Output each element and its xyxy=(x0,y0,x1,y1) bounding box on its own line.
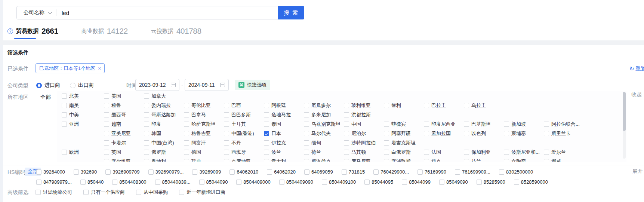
hs-code-checkbox-item[interactable]: 3926909709 xyxy=(105,169,139,175)
country-checkbox-item[interactable]: 巴西 xyxy=(224,102,264,109)
hs-code-checkbox-item[interactable]: 85049090 xyxy=(439,179,468,185)
country-checkbox-item[interactable]: 立陶宛 xyxy=(504,158,544,162)
country-checkbox-item[interactable]: 玻利维亚 xyxy=(344,102,384,109)
country-checkbox-item[interactable]: 波斯尼亚和... xyxy=(504,149,544,156)
search-button[interactable]: 搜 索 xyxy=(278,6,304,19)
tab-trade-data[interactable]: ? 贸易数据 2661 xyxy=(7,27,58,39)
country-checkbox-item[interactable]: 保加利亚 xyxy=(464,149,504,156)
advanced-filter-checkbox-item[interactable]: 只有一个供应商 xyxy=(83,189,125,196)
hs-code-checkbox-item[interactable]: 847989979... xyxy=(36,179,72,185)
search-input[interactable] xyxy=(56,10,278,16)
region-group-checkbox-item[interactable]: 南美 xyxy=(62,102,104,109)
country-checkbox-item[interactable]: 白俄罗斯 xyxy=(384,149,424,156)
country-checkbox-item[interactable]: 马尔代夫 xyxy=(304,130,344,137)
hs-code-checkbox-item[interactable]: 64062010 xyxy=(229,169,258,175)
hs-code-checkbox-item[interactable]: 8504409000 xyxy=(236,179,270,185)
search-category-select[interactable]: 公司名称 xyxy=(17,6,56,19)
country-checkbox-item[interactable]: 加拿大 xyxy=(144,93,184,100)
country-checkbox-item[interactable]: 印度尼西亚 xyxy=(424,121,464,128)
country-checkbox-item[interactable]: 日本 xyxy=(264,130,304,137)
country-checkbox-item[interactable]: 孟加拉国 xyxy=(424,130,464,137)
region-group-checkbox-item[interactable]: 中美 xyxy=(62,111,104,118)
hs-code-checkbox-item[interactable]: 8528590000 xyxy=(514,179,548,185)
country-checkbox-item[interactable]: 智利 xyxy=(384,102,424,109)
advanced-filter-checkbox-item[interactable]: 从中国采购 xyxy=(136,189,168,196)
hs-code-checkbox-item[interactable]: 731815 xyxy=(342,169,365,175)
country-checkbox-item[interactable]: 巴基斯坦 xyxy=(464,121,504,128)
selected-region-tag[interactable]: 已选地区：日本等1个地区 × xyxy=(36,63,105,73)
scrollbar-track[interactable] xyxy=(623,92,626,159)
end-date-input[interactable]: 2024-09-11 xyxy=(185,79,229,91)
country-checkbox-item[interactable]: 克罗地亚 xyxy=(224,158,264,162)
country-checkbox-item[interactable]: 韩国 xyxy=(144,130,184,137)
country-checkbox-item[interactable]: 斯里兰卡 xyxy=(544,130,584,137)
country-checkbox-item[interactable]: 越南 xyxy=(104,121,144,128)
country-checkbox-item[interactable]: 阿富汗 xyxy=(184,140,224,146)
country-checkbox-item[interactable]: 中国 xyxy=(344,121,384,128)
country-checkbox-item[interactable]: 爱尔兰 xyxy=(544,149,584,156)
hs-code-checkbox-item[interactable]: 8504408300 xyxy=(112,179,146,185)
hs-code-checkbox-item[interactable]: 392690 xyxy=(74,169,97,175)
country-checkbox-item[interactable]: 塞浦路斯 xyxy=(384,158,424,162)
tab-cloud-search-data[interactable]: 云搜数据 401788 xyxy=(151,27,201,39)
country-checkbox-item[interactable]: 西班牙 xyxy=(224,149,264,156)
region-group-checkbox-item[interactable]: 北美 xyxy=(62,93,104,100)
country-checkbox-item[interactable]: 荷兰 xyxy=(304,149,344,156)
country-checkbox-item[interactable]: 乌拉圭 xyxy=(464,102,504,109)
country-checkbox-item[interactable]: 瑞典 xyxy=(184,158,224,162)
radio-exporter[interactable]: 出口商 xyxy=(70,82,94,89)
country-checkbox-item[interactable]: 墨西哥 xyxy=(104,111,144,118)
hs-code-checkbox-item[interactable]: 64062020 xyxy=(267,169,296,175)
country-checkbox-item[interactable]: 奥地利 xyxy=(144,158,184,162)
start-date-input[interactable]: 2023-09-12 xyxy=(135,79,179,91)
country-checkbox-item[interactable]: 巴拉圭 xyxy=(424,102,464,109)
hs-code-checkbox-item[interactable]: 85044090 xyxy=(199,179,228,185)
country-checkbox-item[interactable]: 捷克 xyxy=(424,158,464,162)
country-checkbox-item[interactable]: 中国(台湾) xyxy=(144,140,184,146)
country-checkbox-item[interactable]: 阿塞拜疆 xyxy=(384,130,424,137)
country-checkbox-item[interactable]: 法国 xyxy=(424,149,464,156)
hs-code-checkbox-item[interactable]: 8504409090 xyxy=(279,179,313,185)
collapse-link[interactable]: 收起 xyxy=(631,91,642,98)
country-checkbox-item[interactable]: 委内瑞拉 xyxy=(144,102,184,109)
country-checkbox-item[interactable]: 德国 xyxy=(184,149,224,156)
country-checkbox-item[interactable]: 马其顿 xyxy=(344,149,384,156)
country-checkbox-item[interactable]: 危地马拉 xyxy=(264,111,304,118)
region-group-checkbox-item[interactable]: 欧洲 xyxy=(62,149,104,156)
country-checkbox-item[interactable]: 巴拿马 xyxy=(184,111,224,118)
hs-code-checkbox-item[interactable]: 392690979... xyxy=(148,169,184,175)
country-checkbox-item[interactable]: 柬埔寨 xyxy=(504,130,544,137)
hs-code-checkbox-item[interactable]: 761699909... xyxy=(455,169,490,175)
country-checkbox-item[interactable]: 斯洛伐克 xyxy=(304,158,344,162)
advanced-filter-checkbox-item[interactable]: 过滤物流公司 xyxy=(36,189,72,196)
tab-business-data[interactable]: 商业数据 14122 xyxy=(81,27,128,39)
radio-importer[interactable]: 进口商 xyxy=(36,82,60,89)
advanced-filter-checkbox-item[interactable]: 近一年新增进口商 xyxy=(179,189,225,196)
country-checkbox-item[interactable]: 秘鲁 xyxy=(104,102,144,109)
hs-code-checkbox-item[interactable]: 8504409100 xyxy=(322,179,356,185)
hs-code-checkbox-item[interactable]: 850440 xyxy=(80,179,104,185)
hs-code-checkbox-item[interactable]: 85285900 xyxy=(477,179,505,185)
country-checkbox-item[interactable]: 乌兹别克斯坦 xyxy=(304,121,344,128)
country-checkbox-item[interactable]: 英国 xyxy=(104,149,144,156)
country-checkbox-item[interactable]: 波兰 xyxy=(264,149,304,156)
country-checkbox-item[interactable]: 挪威 xyxy=(544,158,584,162)
hs-code-checkbox-item[interactable]: 64069059 xyxy=(304,169,333,175)
country-checkbox-item[interactable]: 卡塔尔 xyxy=(104,140,144,146)
country-checkbox-item[interactable]: 缅甸 xyxy=(304,140,344,146)
country-checkbox-item[interactable]: 美国 xyxy=(104,93,144,100)
country-checkbox-item[interactable]: 阿根廷 xyxy=(264,102,304,109)
country-checkbox-item[interactable]: 泰国 xyxy=(264,121,304,128)
country-checkbox-item[interactable]: 哥斯达黎加 xyxy=(144,111,184,118)
country-checkbox-item[interactable]: 菲律宾 xyxy=(384,121,424,128)
country-checkbox-item[interactable]: 罗马尼亚 xyxy=(344,158,384,162)
country-checkbox-item[interactable]: 洪都拉斯 xyxy=(344,111,384,118)
country-checkbox-item[interactable]: 尼泊尔 xyxy=(344,130,384,137)
country-checkbox-item[interactable]: 哈萨克斯坦 xyxy=(184,121,224,128)
scrollbar-thumb[interactable] xyxy=(623,92,626,131)
country-checkbox-item[interactable]: 塔吉克斯坦 xyxy=(384,140,424,146)
country-checkbox-item[interactable]: 新加坡 xyxy=(504,121,544,128)
quick-options-button[interactable]: ⌘ 快捷选项 xyxy=(235,80,270,90)
hs-code-checkbox-item[interactable]: 85044099 xyxy=(402,179,431,185)
country-checkbox-item[interactable]: 哥伦比亚 xyxy=(184,102,224,109)
